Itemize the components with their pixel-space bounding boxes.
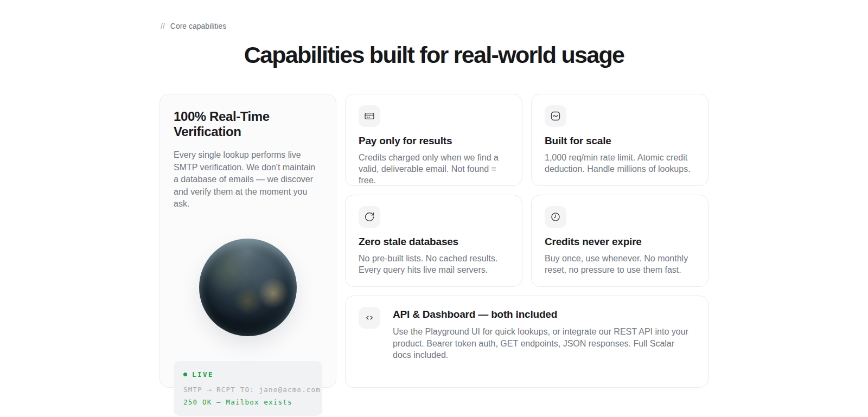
capabilities-layout: 100% Real-Time Verification Every single… <box>159 94 709 388</box>
card-description: Credits charged only when we find a vali… <box>359 152 509 186</box>
live-status-label: LIVE <box>192 370 214 378</box>
terminal-status-row: LIVE <box>183 370 312 378</box>
card-pay-only-for-results: Pay only for results Credits charged onl… <box>345 94 522 186</box>
card-description: Use the Playground UI for quick lookups,… <box>393 326 695 361</box>
capability-cards-grid: Pay only for results Credits charged onl… <box>345 94 709 388</box>
eyebrow-label: Core capabilities <box>170 22 227 30</box>
feature-card-title: 100% Real-Time Verification <box>174 109 322 139</box>
eyebrow: // Core capabilities <box>159 22 709 30</box>
terminal-response-line: 250 OK – Mailbox exists <box>183 398 312 406</box>
card-real-time-verification: 100% Real-Time Verification Every single… <box>159 94 336 388</box>
wide-card-text: API & Dashboard — both included Use the … <box>393 307 695 361</box>
card-description: Buy once, use whenever. No monthly reset… <box>545 253 695 275</box>
section-title: Capabilities built for real-world usage <box>159 42 709 68</box>
card-title: Built for scale <box>545 135 695 147</box>
core-capabilities-section: // Core capabilities Capabilities built … <box>159 0 709 388</box>
smtp-terminal: LIVE SMTP ⟶ RCPT TO: jane@acme.com 250 O… <box>174 361 322 416</box>
card-description: 1,000 req/min rate limit. Atomic credit … <box>545 152 695 175</box>
eyebrow-slashes: // <box>161 22 165 30</box>
icon-tile <box>545 105 566 127</box>
earth-globe-image <box>199 239 297 336</box>
icon-tile <box>545 206 566 228</box>
card-credits-never-expire: Credits never expire Buy once, use whene… <box>531 195 709 287</box>
feature-card-description: Every single lookup performs live SMTP v… <box>174 149 322 210</box>
card-api-and-dashboard: API & Dashboard — both included Use the … <box>345 296 709 388</box>
card-title: Zero stale databases <box>359 236 509 248</box>
card-title: Credits never expire <box>545 236 695 248</box>
card-zero-stale-databases: Zero stale databases No pre-built lists.… <box>345 195 522 287</box>
card-title: API & Dashboard — both included <box>393 309 695 320</box>
refresh-icon <box>364 211 375 222</box>
icon-tile <box>359 105 380 127</box>
terminal-request-line: SMTP ⟶ RCPT TO: jane@acme.com <box>183 386 312 394</box>
icon-tile <box>359 307 380 329</box>
card-description: No pre-built lists. No cached results. E… <box>359 253 509 275</box>
icon-tile <box>359 206 380 228</box>
live-indicator-dot <box>183 373 187 376</box>
card-title: Pay only for results <box>359 135 509 147</box>
credit-card-icon <box>364 111 375 121</box>
card-built-for-scale: Built for scale 1,000 req/min rate limit… <box>531 94 709 186</box>
clock-icon <box>550 211 561 222</box>
code-icon <box>364 312 375 323</box>
activity-chart-icon <box>550 111 561 121</box>
